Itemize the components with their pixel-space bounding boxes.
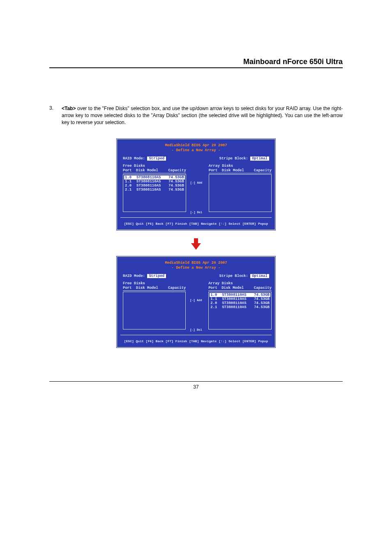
free-disks-column: Free Disks Port Disk Model Capacity: [123, 281, 186, 332]
disk-capacity: 74.53GB: [168, 175, 184, 180]
free-disks-label: Free Disks: [123, 164, 186, 168]
bios-screen-after: MediaShield BIOS Apr 20 2007 - Define a …: [116, 256, 276, 348]
instruction-number: 3.: [49, 105, 62, 126]
array-disks-column: Array Disks Port Disk Model Capacity: [209, 164, 272, 214]
col-capacity: Capacity: [168, 286, 186, 290]
raid-mode-group: RAID Mode: Striped: [123, 157, 166, 161]
disk-port: 2.0: [210, 301, 222, 305]
tab-key-label: <Tab>: [62, 106, 76, 111]
instruction-block: 3. <Tab> over to the "Free Disks" select…: [49, 105, 343, 126]
bios-title: MediaShield BIOS Apr 20 2007: [117, 257, 275, 266]
col-capacity: Capacity: [254, 286, 272, 290]
array-disks-list[interactable]: [209, 174, 272, 212]
disk-row[interactable]: 1.0 ST3808110AS 74.53GB: [124, 175, 185, 180]
array-disks-column: Array Disks Port Disk Model Capacity 1.0…: [208, 281, 272, 332]
stripe-block-value[interactable]: Optimal: [250, 157, 269, 161]
disk-port: 2.0: [125, 184, 136, 188]
middle-hints: [→] Add [←] Del: [190, 164, 205, 214]
disk-port: 1.1: [210, 297, 222, 301]
raid-mode-value[interactable]: Striped: [147, 274, 166, 278]
disk-port: 1.1: [125, 180, 136, 184]
disk-model: ST3808110AS: [222, 301, 254, 305]
disk-capacity: 74.53GB: [168, 180, 184, 184]
disk-model: ST3808110AS: [222, 297, 254, 301]
disk-row[interactable]: 2.1 ST3808110AS 74.53GB: [210, 305, 270, 309]
disk-port: 2.1: [125, 188, 136, 192]
array-disks-list[interactable]: 1.0 ST3808110AS 74.53GB 1.1 ST3808110AS …: [208, 292, 272, 329]
disk-model: ST3808110AS: [136, 175, 168, 180]
disk-port: 1.0: [125, 175, 136, 180]
bios-footer: [ESC] Quit [F6] Back [F7] Finish [TAB] N…: [120, 217, 272, 230]
raid-mode-group: RAID Mode: Striped: [123, 274, 166, 278]
free-disks-list[interactable]: 1.0 ST3808110AS 74.53GB 1.1 ST3808110AS …: [123, 174, 186, 212]
free-disks-column: Free Disks Port Disk Model Capacity 1.0 …: [123, 164, 186, 214]
add-hint: [→] Add: [190, 299, 204, 302]
col-port: Port: [209, 168, 222, 173]
stripe-block-value[interactable]: Optimal: [250, 274, 269, 278]
disk-port: 1.0: [210, 293, 222, 297]
array-disks-label: Array Disks: [209, 164, 272, 168]
stripe-block-group: Stripe Block: Optimal: [219, 274, 269, 278]
disk-capacity: 74.53GB: [254, 293, 270, 297]
disk-model: ST3808110AS: [222, 305, 254, 309]
disk-row[interactable]: 1.1 ST3808110AS 74.53GB: [124, 180, 185, 184]
disk-capacity: 74.53GB: [254, 305, 270, 309]
instruction-rest: over to the "Free Disks" selection box, …: [62, 106, 343, 125]
col-capacity: Capacity: [168, 168, 186, 173]
bios-subtitle: - Define a New Array -: [117, 148, 275, 157]
bios-screen-before: MediaShield BIOS Apr 20 2007 - Define a …: [116, 138, 276, 231]
disk-row[interactable]: 2.0 ST3808110AS 74.53GB: [210, 301, 270, 305]
bios-title: MediaShield BIOS Apr 20 2007: [117, 139, 275, 148]
disk-capacity: 74.53GB: [254, 297, 270, 301]
array-disks-label: Array Disks: [208, 281, 272, 286]
add-hint: [→] Add: [190, 181, 205, 184]
free-disks-list[interactable]: [123, 292, 186, 329]
disk-capacity: 74.53GB: [168, 188, 184, 192]
disk-capacity: 74.53GB: [254, 301, 270, 305]
bios-subtitle: - Define a New Array -: [117, 266, 275, 274]
free-disks-label: Free Disks: [123, 281, 186, 286]
disk-model: ST3808110AS: [222, 293, 254, 297]
col-model: Disk Model: [136, 286, 168, 290]
disk-row[interactable]: 1.0 ST3808110AS 74.53GB: [210, 293, 270, 297]
disk-model: ST3808110AS: [136, 184, 168, 188]
col-port: Port: [208, 286, 221, 290]
disk-model: ST3808110AS: [136, 188, 168, 192]
middle-hints: [→] Add [←] Del: [190, 281, 204, 332]
del-hint: [←] Del: [190, 211, 205, 214]
stripe-block-label: Stripe Block:: [219, 274, 248, 278]
col-capacity: Capacity: [254, 168, 272, 173]
stripe-block-label: Stripe Block:: [219, 157, 248, 161]
col-port: Port: [123, 286, 136, 290]
del-hint: [←] Del: [190, 328, 204, 332]
stripe-block-group: Stripe Block: Optimal: [219, 157, 269, 161]
col-model: Disk Model: [221, 286, 254, 290]
disk-row[interactable]: 1.1 ST3808110AS 74.53GB: [210, 297, 270, 301]
raid-mode-label: RAID Mode:: [123, 274, 145, 278]
col-model: Disk Model: [136, 168, 168, 173]
col-model: Disk Model: [222, 168, 254, 173]
page-header-title: Mainboard nForce 650i Ultra: [49, 58, 343, 68]
disk-port: 2.1: [210, 305, 222, 309]
disk-row[interactable]: 2.0 ST3808110AS 74.53GB: [124, 184, 185, 188]
arrow-down-icon: [191, 243, 201, 250]
disk-capacity: 74.53GB: [168, 184, 184, 188]
bios-footer: [ESC] Quit [F6] Back [F7] Finish [TAB] N…: [120, 335, 272, 347]
raid-mode-value[interactable]: Striped: [147, 157, 166, 161]
disk-model: ST3808110AS: [136, 180, 168, 184]
disk-row[interactable]: 2.1 ST3808110AS 74.53GB: [124, 188, 185, 192]
raid-mode-label: RAID Mode:: [123, 157, 145, 161]
page-number: 37: [49, 381, 343, 390]
instruction-text: <Tab> over to the "Free Disks" selection…: [62, 105, 343, 126]
col-port: Port: [123, 168, 136, 173]
